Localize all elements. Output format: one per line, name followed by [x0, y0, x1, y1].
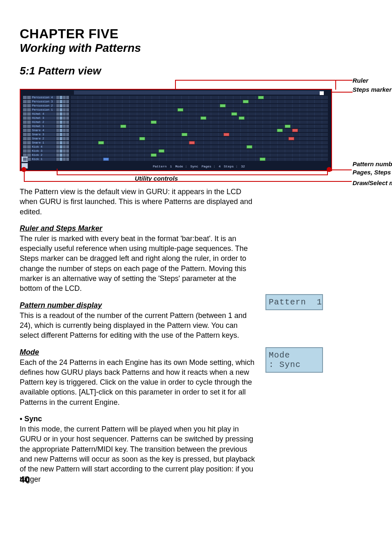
track-ctrl[interactable] [56, 108, 59, 111]
mute-button[interactable] [23, 129, 27, 132]
step-note[interactable] [120, 125, 126, 128]
step-note[interactable] [247, 145, 252, 149]
step-grid[interactable] [71, 108, 328, 111]
solo-button[interactable] [27, 158, 31, 161]
next-page-button[interactable] [66, 96, 69, 99]
track-ctrl[interactable] [60, 108, 62, 111]
mute-button[interactable] [23, 153, 27, 157]
next-page-button[interactable] [66, 149, 69, 153]
solo-button[interactable] [27, 121, 31, 124]
mute-button[interactable] [23, 145, 27, 149]
prev-page-button[interactable] [63, 145, 66, 149]
prev-page-button[interactable] [63, 153, 66, 157]
step-grid[interactable] [71, 137, 328, 140]
mute-button[interactable] [23, 112, 27, 116]
solo-button[interactable] [27, 108, 31, 111]
solo-button[interactable] [27, 153, 31, 157]
next-page-button[interactable] [66, 116, 69, 120]
step-note[interactable] [288, 137, 294, 140]
mute-button[interactable] [23, 133, 27, 136]
step-note[interactable] [243, 100, 249, 103]
next-page-button[interactable] [66, 104, 69, 107]
next-page-button[interactable] [66, 145, 69, 149]
track-ctrl[interactable] [56, 125, 59, 128]
track-ctrl[interactable] [56, 104, 59, 107]
track-ctrl[interactable] [56, 100, 59, 103]
track-ctrl[interactable] [60, 137, 62, 140]
solo-button[interactable] [27, 96, 31, 99]
track-ctrl[interactable] [60, 100, 62, 103]
track-ctrl[interactable] [56, 129, 59, 132]
solo-button[interactable] [27, 125, 31, 128]
prev-page-button[interactable] [63, 96, 66, 99]
step-grid[interactable] [71, 153, 328, 157]
track-ctrl[interactable] [56, 137, 59, 140]
track-ctrl[interactable] [60, 116, 62, 120]
step-note[interactable] [258, 96, 264, 99]
step-grid[interactable] [71, 149, 328, 153]
step-grid[interactable] [71, 145, 328, 149]
prev-page-button[interactable] [63, 141, 66, 144]
track-ctrl[interactable] [60, 96, 62, 99]
step-note[interactable] [151, 121, 157, 124]
prev-page-button[interactable] [63, 129, 66, 132]
step-grid[interactable] [71, 158, 328, 161]
track-ctrl[interactable] [56, 133, 59, 136]
prev-page-button[interactable] [63, 108, 66, 111]
pattern-value[interactable]: 1 [170, 165, 172, 168]
step-grid[interactable] [71, 129, 328, 132]
prev-page-button[interactable] [63, 100, 66, 103]
track-ctrl[interactable] [60, 121, 62, 124]
solo-button[interactable] [27, 137, 31, 140]
prev-page-button[interactable] [63, 112, 66, 116]
step-grid[interactable] [71, 133, 328, 136]
mute-button[interactable] [23, 141, 27, 144]
track-ctrl[interactable] [60, 141, 62, 144]
steps-value[interactable]: 32 [241, 165, 245, 168]
next-page-button[interactable] [66, 158, 69, 161]
solo-button[interactable] [27, 100, 31, 103]
mute-button[interactable] [23, 121, 27, 124]
track-ctrl[interactable] [60, 133, 62, 136]
mute-button[interactable] [23, 104, 27, 107]
prev-page-button[interactable] [63, 104, 66, 107]
step-grid[interactable] [71, 116, 328, 120]
step-note[interactable] [285, 125, 291, 128]
step-note[interactable] [139, 137, 145, 140]
track-ctrl[interactable] [56, 112, 59, 116]
track-ctrl[interactable] [60, 129, 62, 132]
track-ctrl[interactable] [60, 158, 62, 161]
track-ctrl[interactable] [60, 145, 62, 149]
prev-page-button[interactable] [63, 125, 66, 128]
pages-value[interactable]: 4 [219, 165, 221, 168]
step-grid[interactable] [71, 141, 328, 144]
step-grid[interactable] [71, 104, 328, 107]
ruler-bar[interactable] [74, 91, 324, 95]
next-page-button[interactable] [66, 133, 69, 136]
steps-marker[interactable] [320, 91, 324, 95]
mute-button[interactable] [23, 158, 27, 161]
track-ctrl[interactable] [56, 149, 59, 153]
track-ctrl[interactable] [60, 104, 62, 107]
mute-button[interactable] [23, 125, 27, 128]
mute-button[interactable] [23, 149, 27, 153]
step-note[interactable] [231, 112, 237, 116]
track-ctrl[interactable] [56, 116, 59, 120]
step-note[interactable] [224, 133, 229, 136]
track-ctrl[interactable] [56, 158, 59, 161]
solo-button[interactable] [27, 104, 31, 107]
step-note[interactable] [277, 129, 283, 132]
next-page-button[interactable] [66, 121, 69, 124]
step-note[interactable] [201, 116, 206, 120]
track-ctrl[interactable] [56, 121, 59, 124]
prev-page-button[interactable] [63, 133, 66, 136]
track-ctrl[interactable] [56, 145, 59, 149]
step-note[interactable] [98, 141, 104, 144]
prev-page-button[interactable] [63, 116, 66, 120]
solo-button[interactable] [27, 129, 31, 132]
track-ctrl[interactable] [56, 141, 59, 144]
mode-value[interactable]: Sync [190, 165, 198, 168]
track-ctrl[interactable] [56, 96, 59, 99]
prev-page-button[interactable] [63, 158, 66, 161]
solo-button[interactable] [27, 133, 31, 136]
